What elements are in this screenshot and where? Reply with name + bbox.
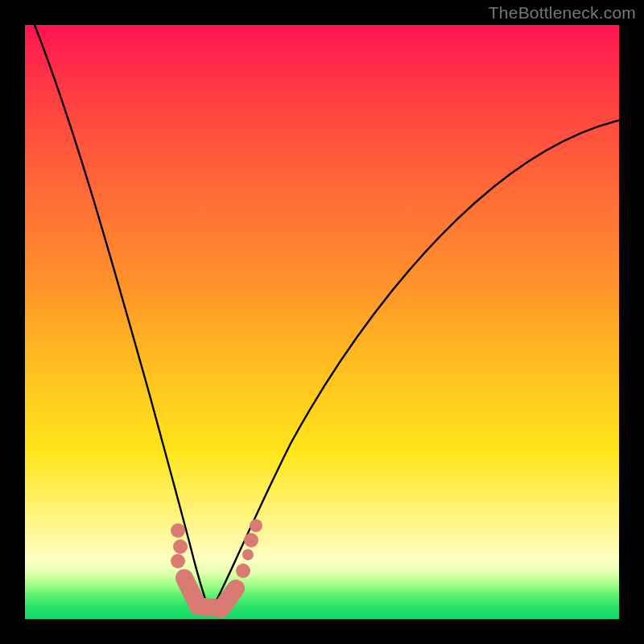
outer-frame: TheBottleneck.com bbox=[0, 0, 644, 644]
curve-left-branch bbox=[31, 25, 210, 613]
marker-dot bbox=[244, 533, 258, 547]
marker-dot bbox=[250, 519, 262, 532]
highlight-v-mark bbox=[184, 578, 236, 609]
curve-right-branch bbox=[210, 120, 619, 613]
marker-dot bbox=[242, 549, 254, 560]
chart-svg bbox=[25, 25, 619, 619]
plot-area bbox=[25, 25, 619, 619]
marker-dot bbox=[173, 539, 188, 554]
watermark-text: TheBottleneck.com bbox=[489, 3, 636, 23]
marker-dot bbox=[171, 523, 185, 538]
marker-dot bbox=[171, 554, 185, 568]
marker-dot bbox=[236, 564, 250, 578]
